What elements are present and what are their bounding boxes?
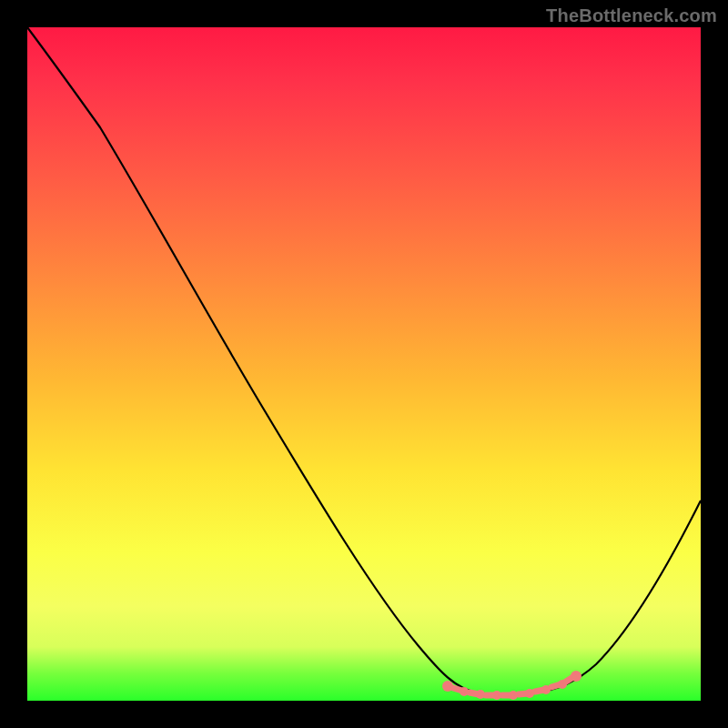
svg-line-10 (470, 693, 479, 694)
chart-frame: TheBottleneck.com (0, 0, 728, 728)
svg-line-14 (535, 690, 544, 692)
bottleneck-curve (27, 27, 701, 695)
watermark-text: TheBottleneck.com (546, 5, 717, 26)
svg-line-9 (453, 688, 462, 691)
plot-area (27, 27, 701, 701)
bottleneck-curve-svg (27, 27, 701, 701)
svg-line-16 (566, 677, 573, 682)
svg-line-15 (551, 684, 561, 687)
svg-line-13 (519, 693, 528, 694)
